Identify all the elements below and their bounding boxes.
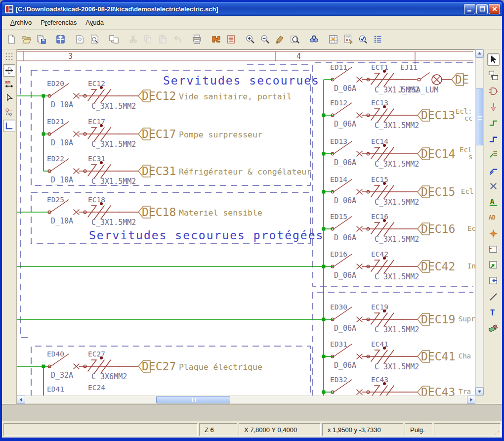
cursor-shape-button[interactable] [3,92,15,104]
new-file-button[interactable] [5,33,18,46]
scroll-down-button[interactable] [475,387,484,396]
import-sheet-pin-button[interactable] [487,259,500,271]
junction [322,355,326,358]
undo-icon [172,34,183,44]
save-button[interactable] [54,33,67,46]
cvpcb-icon [211,34,221,44]
page-settings-button[interactable] [73,33,86,46]
hier-sheet-button[interactable] [487,243,500,256]
view-library-button[interactable] [88,33,101,46]
junction-icon [488,228,499,239]
paste-button[interactable] [156,33,169,46]
cut-button[interactable] [126,33,139,46]
arrow-left-icon [19,397,23,402]
annotate-button[interactable] [327,33,339,46]
horizontal-scrollbar[interactable] [17,396,475,404]
net-label-button[interactable]: A [487,196,500,208]
wire-icon [488,118,499,128]
vertical-scroll-thumb[interactable] [476,88,483,145]
menu-bar: ArchivoPreferenciasAyuda [2,16,502,30]
component-ref: EC42 [371,250,388,258]
text-button[interactable]: T [487,307,500,319]
component-ref: EC41 [371,340,388,348]
line-button[interactable] [487,291,500,303]
global-label-button[interactable]: AD [487,212,500,224]
component-icon [488,86,499,96]
frame-grid-number: 3 [68,52,73,61]
group-title: Servitudes secourues [163,74,320,87]
sheet-pin-button[interactable] [487,275,500,287]
component-value: D_06A [334,271,356,280]
redraw-button[interactable] [273,33,286,46]
hierarchy-button[interactable] [107,33,120,46]
component-ref: ED22 [47,155,64,163]
power-port-button[interactable] [487,101,500,113]
cvpcb-button[interactable] [210,33,222,46]
maximize-button[interactable] [476,4,488,14]
no-connect-button[interactable] [487,180,500,192]
minimize-button[interactable] [464,4,475,14]
component-ref: ED25 [47,196,64,204]
cursor-button[interactable] [487,53,500,66]
zoom-in-button[interactable] [244,33,256,46]
zoom-out-button[interactable] [258,33,271,46]
erc-button[interactable] [341,33,354,46]
junction [322,152,326,156]
bom-button[interactable] [371,33,384,46]
delete-icon [488,323,499,334]
junction [322,318,326,321]
schematic-row: DEC41ED31D_06AEC41C_3X1.5MM2Cha [330,340,471,371]
copy-button[interactable] [141,33,154,46]
component-button[interactable] [487,85,500,97]
schematic-row: DEC43ED32EC43Tra [330,376,471,396]
unit-mm-button[interactable]: mm [3,78,15,90]
redraw-icon [275,34,285,44]
close-button[interactable] [489,4,500,14]
junction-button[interactable] [487,227,500,240]
view-library-icon [89,34,100,44]
scroll-left-button[interactable] [17,396,25,404]
component-ref: ED15 [330,213,347,220]
vertical-scrollbar[interactable] [475,49,484,396]
menu-preferencias[interactable]: Preferencias [36,17,81,28]
menu-archivo[interactable]: Archivo [6,17,36,28]
svg-text:T: T [490,308,495,317]
schematic-canvas[interactable]: 34DEC12ED20D_10AEC12C_3X1.5MM2Vide sanit… [17,49,475,396]
grid-icon [4,51,14,62]
bus-button[interactable] [487,132,500,145]
netlist-button[interactable] [224,33,237,46]
ortho-mode-button[interactable] [3,120,15,132]
title-bar[interactable]: [C:\Downloads\kicad-2006-08-28\kicad\dem… [2,2,502,16]
print-button[interactable] [190,33,203,46]
schematic-row: ED41EC24 [47,384,105,393]
scroll-up-button[interactable] [475,49,484,58]
hidden-pins-button[interactable] [3,106,15,118]
scroll-right-button[interactable] [467,396,475,404]
grid-button[interactable] [3,50,15,63]
horizontal-scroll-thumb[interactable] [156,396,230,403]
group-title: Servitudes secourues protégées [89,229,324,242]
wire-bus-entry-button[interactable] [487,148,500,161]
zoom-fit-button[interactable] [288,33,301,46]
component-ref: EC27 [88,350,105,358]
menu-ayuda[interactable]: Ayuda [81,17,108,28]
undo-button[interactable] [171,33,184,46]
save-project-icon [36,34,46,44]
wire-button[interactable] [487,117,500,129]
tools-toolbar: AADT [484,49,502,404]
close-icon [492,6,498,12]
check-button[interactable] [356,33,369,46]
find-button[interactable] [307,33,320,46]
unit-inch-button[interactable] [3,64,15,77]
save-project-button[interactable] [35,33,47,46]
delete-button[interactable] [487,322,500,335]
hier-nav-button[interactable] [487,69,500,82]
sheet-pin-icon [488,276,499,286]
open-button[interactable] [20,33,33,46]
import-sheet-pin-icon [488,260,499,270]
bus-bus-entry-button[interactable] [487,164,500,176]
circuit-description: Ecl [461,187,473,195]
component-ref: EC12 [88,80,105,88]
component-value: D_06A [334,196,356,205]
global-label-icon: AD [488,213,499,223]
